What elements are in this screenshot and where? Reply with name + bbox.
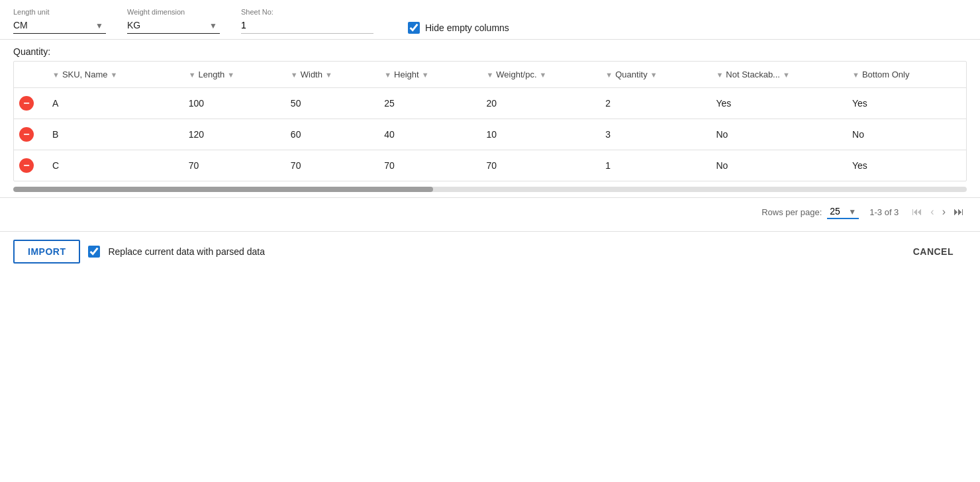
col-header-length[interactable]: ▼ Length ▼ [183,62,285,88]
pagination-controls: ⏮ ‹ › ⏭ [909,203,967,220]
filter-width-icon: ▼ [291,71,298,79]
remove-icon: − [19,96,34,111]
row-weight: 20 [481,88,600,119]
data-table: ▼ SKU, Name ▼ ▼ Length ▼ ▼ Width [14,62,966,181]
row-bottom: No [847,119,966,150]
table-row: − A 100 50 25 20 2 Yes Yes [14,88,966,119]
col-length-label: Length [199,70,225,79]
horizontal-scrollbar[interactable] [13,187,967,192]
col-header-sku[interactable]: ▼ SKU, Name ▼ [47,62,183,88]
filter-bottom-icon: ▼ [852,71,859,79]
sort-length-icon: ▼ [227,71,234,79]
row-quantity: 3 [600,119,710,150]
remove-row-button[interactable]: − [19,158,34,173]
filter-sku-icon: ▼ [52,71,60,79]
row-length: 70 [183,150,285,181]
filter-length-icon: ▼ [189,71,196,79]
row-height: 25 [379,88,481,119]
bottom-left: IMPORT Replace current data with parsed … [13,240,265,264]
col-height-label: Height [394,70,419,79]
sort-sku-icon: ▼ [111,71,118,79]
row-weight: 10 [481,119,600,150]
bottom-bar: IMPORT Replace current data with parsed … [0,231,980,271]
row-bottom: Yes [847,150,966,181]
last-page-button[interactable]: ⏭ [951,203,967,220]
length-unit-label: Length unit [13,8,106,16]
col-header-action [14,62,47,88]
quantity-label: Quantity: [0,40,980,61]
col-qty-label: Quantity [615,70,647,79]
row-width: 60 [285,119,379,150]
row-quantity: 1 [600,150,710,181]
col-header-height[interactable]: ▼ Height ▼ [379,62,481,88]
row-height: 70 [379,150,481,181]
sort-stackable-icon: ▼ [783,71,790,79]
sort-height-icon: ▼ [422,71,429,79]
hide-empty-row: Hide empty columns [408,22,509,34]
row-action-cell: − [14,150,47,181]
weight-dim-select[interactable]: KG LB [127,17,220,34]
row-stackable: No [710,150,847,181]
sheet-no-group: Sheet No: [241,8,373,34]
row-length: 120 [183,119,285,150]
length-unit-group: Length unit CM IN MM ▼ [13,8,106,34]
row-sku: C [47,150,183,181]
first-page-button[interactable]: ⏮ [909,203,925,220]
weight-dim-wrapper: KG LB ▼ [127,17,220,34]
col-header-quantity[interactable]: ▼ Quantity ▼ [600,62,710,88]
col-header-weight[interactable]: ▼ Weight/pc. ▼ [481,62,600,88]
filter-qty-icon: ▼ [605,71,612,79]
import-button[interactable]: IMPORT [13,240,80,264]
row-width: 50 [285,88,379,119]
remove-row-button[interactable]: − [19,127,34,142]
weight-dim-label: Weight dimension [127,8,220,16]
top-bar: Length unit CM IN MM ▼ Weight dimension … [0,0,980,40]
col-bottom-label: Bottom Only [862,70,910,79]
row-weight: 70 [481,150,600,181]
remove-icon: − [19,127,34,142]
length-unit-select[interactable]: CM IN MM [13,17,106,34]
rows-per-page-group: Rows per page: 10 25 50 100 ▼ [761,205,859,219]
remove-row-button[interactable]: − [19,96,34,111]
hide-empty-label: Hide empty columns [425,23,509,33]
cancel-button[interactable]: CANCEL [900,241,967,262]
scrollbar-thumb[interactable] [13,187,433,192]
table-row: − B 120 60 40 10 3 No No [14,119,966,150]
col-weight-label: Weight/pc. [496,70,536,79]
row-height: 40 [379,119,481,150]
col-header-width[interactable]: ▼ Width ▼ [285,62,379,88]
filter-height-icon: ▼ [384,71,391,79]
hide-empty-checkbox[interactable] [408,22,420,34]
row-action-cell: − [14,88,47,119]
row-quantity: 2 [600,88,710,119]
rows-per-page-wrapper: 10 25 50 100 ▼ [827,205,859,219]
length-unit-wrapper: CM IN MM ▼ [13,17,106,34]
next-page-button[interactable]: › [940,203,948,220]
row-sku: A [47,88,183,119]
row-bottom: Yes [847,88,966,119]
replace-checkbox[interactable] [88,246,100,258]
row-action-cell: − [14,119,47,150]
sheet-no-label: Sheet No: [241,8,373,16]
col-header-stackable[interactable]: ▼ Not Stackab... ▼ [710,62,847,88]
col-width-label: Width [301,70,322,79]
col-stackable-label: Not Stackab... [726,70,780,79]
row-stackable: No [710,119,847,150]
row-length: 100 [183,88,285,119]
row-sku: B [47,119,183,150]
rows-per-page-label: Rows per page: [761,207,822,217]
sheet-no-input[interactable] [241,17,373,34]
table-row: − C 70 70 70 70 1 No Yes [14,150,966,181]
row-width: 70 [285,150,379,181]
weight-dim-group: Weight dimension KG LB ▼ [127,8,220,34]
sort-qty-icon: ▼ [650,71,658,79]
pagination-row: Rows per page: 10 25 50 100 ▼ 1-3 of 3 ⏮… [0,197,980,226]
rows-per-page-select[interactable]: 10 25 50 100 [827,205,859,219]
col-header-bottom[interactable]: ▼ Bottom Only [847,62,966,88]
sort-width-icon: ▼ [325,71,332,79]
filter-stackable-icon: ▼ [716,71,723,79]
replace-label: Replace current data with parsed data [108,246,265,257]
remove-icon: − [19,158,34,173]
prev-page-button[interactable]: ‹ [928,203,936,220]
table-header-row: ▼ SKU, Name ▼ ▼ Length ▼ ▼ Width [14,62,966,88]
